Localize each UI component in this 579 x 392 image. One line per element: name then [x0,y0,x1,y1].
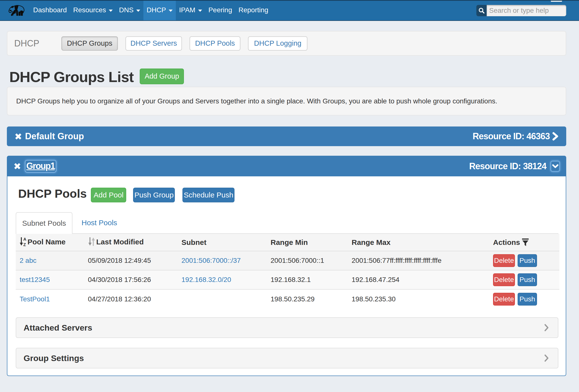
svg-text:A: A [23,237,26,242]
svg-text:Z: Z [23,242,26,246]
